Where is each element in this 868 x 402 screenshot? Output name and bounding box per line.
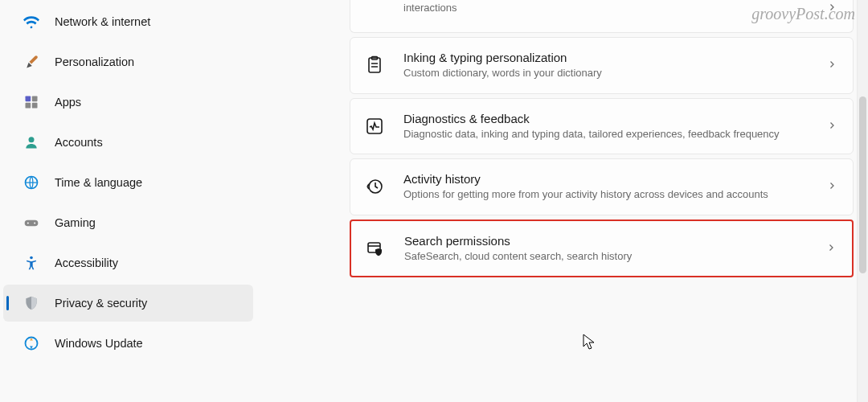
sidebar-item-label: Gaming <box>55 216 96 229</box>
chevron-right-icon <box>827 119 837 133</box>
wifi-icon <box>23 13 40 31</box>
svg-rect-1 <box>32 96 38 102</box>
sidebar-item-label: Apps <box>55 96 81 109</box>
shield-icon <box>23 294 40 312</box>
gamepad-icon <box>23 214 40 232</box>
globe-clock-icon <box>23 174 40 191</box>
sidebar-item-network[interactable]: Network & internet <box>3 3 253 40</box>
svg-rect-13 <box>367 119 382 133</box>
svg-point-9 <box>30 256 33 260</box>
card-subtitle: Options for getting more from your activ… <box>403 187 809 202</box>
card-title: Inking & typing personalization <box>403 51 809 64</box>
setting-card-inking-typing[interactable]: Inking & typing personalization Custom d… <box>350 37 854 94</box>
sidebar-item-label: Personalization <box>55 55 134 68</box>
update-icon <box>23 334 40 352</box>
sidebar-item-label: Windows Update <box>55 337 143 350</box>
setting-card-search-permissions[interactable]: Search permissions SafeSearch, cloud con… <box>350 219 854 278</box>
svg-rect-3 <box>32 103 38 109</box>
history-icon <box>363 175 386 198</box>
card-title: Activity history <box>403 172 809 186</box>
setting-card-speech[interactable]: interactions <box>350 0 854 33</box>
settings-window: Network & internet Personalization Apps … <box>0 0 868 402</box>
accessibility-icon <box>23 254 40 272</box>
svg-rect-6 <box>25 220 39 227</box>
chevron-right-icon <box>827 1 837 15</box>
setting-card-activity-history[interactable]: Activity history Options for getting mor… <box>350 158 854 215</box>
card-body: Search permissions SafeSearch, cloud con… <box>404 234 809 264</box>
sidebar-item-accounts[interactable]: Accounts <box>3 124 253 161</box>
card-title: Diagnostics & feedback <box>403 112 809 125</box>
sidebar-item-label: Accounts <box>55 136 103 149</box>
setting-card-diagnostics[interactable]: Diagnostics & feedback Diagnostic data, … <box>350 98 854 155</box>
chevron-right-icon <box>827 58 837 72</box>
scrollbar[interactable] <box>857 0 868 402</box>
person-icon <box>23 133 40 151</box>
placeholder-icon <box>363 0 386 19</box>
search-shield-icon <box>364 237 387 260</box>
sidebar-item-time-language[interactable]: Time & language <box>3 164 253 201</box>
chevron-right-icon <box>826 241 836 256</box>
svg-point-7 <box>27 222 29 224</box>
sidebar-item-gaming[interactable]: Gaming <box>3 204 253 241</box>
svg-point-4 <box>29 137 35 142</box>
card-body: Diagnostics & feedback Diagnostic data, … <box>403 112 809 142</box>
card-title: Search permissions <box>404 234 809 248</box>
sidebar-item-label: Time & language <box>55 176 142 189</box>
card-subtitle: Custom dictionary, words in your diction… <box>403 66 809 80</box>
sidebar-item-label: Privacy & security <box>55 297 147 310</box>
sidebar-item-personalization[interactable]: Personalization <box>3 43 253 80</box>
sidebar-item-windows-update[interactable]: Windows Update <box>3 325 253 362</box>
svg-rect-2 <box>26 103 31 109</box>
paintbrush-icon <box>23 53 40 71</box>
sidebar-item-label: Accessibility <box>55 256 118 269</box>
clipboard-icon <box>363 54 386 76</box>
chevron-right-icon <box>827 179 837 194</box>
activity-icon <box>363 115 386 137</box>
card-body: Inking & typing personalization Custom d… <box>403 51 809 80</box>
card-body: Activity history Options for getting mor… <box>403 172 809 202</box>
settings-content: interactions Inking & typing personaliza… <box>253 0 868 402</box>
sidebar-item-label: Network & internet <box>55 15 150 28</box>
svg-point-8 <box>34 222 35 224</box>
sidebar-item-privacy-security[interactable]: Privacy & security <box>3 285 253 322</box>
sidebar-item-accessibility[interactable]: Accessibility <box>3 244 253 281</box>
apps-icon <box>23 93 40 111</box>
svg-rect-0 <box>26 96 31 102</box>
sidebar-item-apps[interactable]: Apps <box>3 84 253 121</box>
scrollbar-thumb[interactable] <box>859 96 866 273</box>
card-subtitle: interactions <box>403 1 809 15</box>
card-subtitle: SafeSearch, cloud content search, search… <box>404 249 809 264</box>
settings-sidebar: Network & internet Personalization Apps … <box>0 0 253 402</box>
card-subtitle: Diagnostic data, inking and typing data,… <box>403 127 809 142</box>
card-body: interactions <box>403 1 809 15</box>
